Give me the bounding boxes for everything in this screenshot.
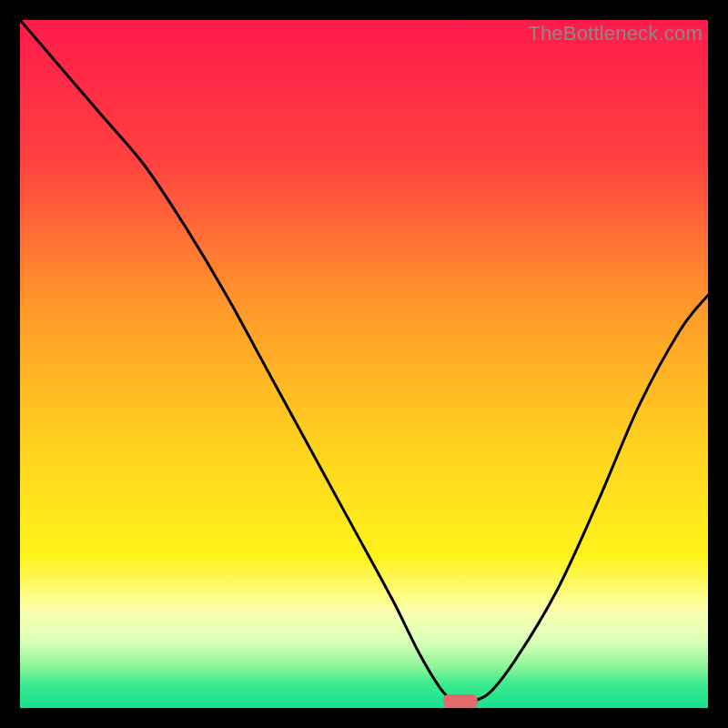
plot-svg — [20, 20, 708, 708]
watermark-text: TheBottleneck.com — [528, 22, 703, 46]
plot-wrap: TheBottleneck.com — [20, 20, 708, 708]
chart-frame: TheBottleneck.com — [0, 0, 728, 728]
plot-background — [20, 20, 708, 708]
optimum-marker — [443, 694, 478, 708]
